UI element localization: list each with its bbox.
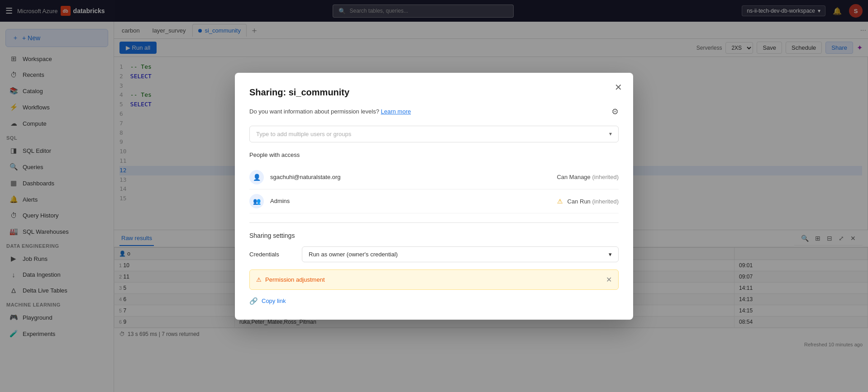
copy-link-label: Copy link bbox=[262, 298, 286, 304]
warning-banner: ⚠ Permission adjustment ✕ bbox=[249, 269, 619, 290]
person-name-2: Admins bbox=[270, 198, 557, 204]
user-group-input[interactable]: Type to add multiple users or groups ▾ bbox=[249, 126, 619, 142]
credentials-chevron: ▾ bbox=[609, 251, 612, 258]
modal-title: Sharing: si_community bbox=[249, 87, 619, 98]
modal-info-text: Do you want information about permission… bbox=[249, 108, 411, 115]
sharing-modal: ✕ Sharing: si_community Do you want info… bbox=[235, 73, 633, 320]
user-input-placeholder: Type to add multiple users or groups bbox=[256, 131, 351, 137]
permission-badge-1: Can Manage (inherited) bbox=[557, 174, 619, 180]
person-row-2: 👥 Admins ⚠ Can Run (inherited) bbox=[249, 189, 619, 213]
modal-close-button[interactable]: ✕ bbox=[611, 80, 626, 94]
person-row-1: 👤 sgachuhi@naturalstate.org Can Manage (… bbox=[249, 165, 619, 189]
modal-overlay[interactable]: ✕ Sharing: si_community Do you want info… bbox=[0, 0, 868, 392]
gear-icon[interactable]: ⚙ bbox=[611, 107, 619, 117]
sharing-settings-title: Sharing settings bbox=[249, 232, 619, 239]
credentials-select[interactable]: Run as owner (owner's credential) ▾ bbox=[302, 246, 619, 262]
person-avatar-2: 👥 bbox=[249, 194, 264, 208]
warning-icon: ⚠ bbox=[557, 198, 563, 205]
user-input-chevron: ▾ bbox=[609, 131, 612, 137]
credentials-value: Run as owner (owner's credential) bbox=[309, 251, 398, 258]
warning-triangle-icon: ⚠ bbox=[256, 276, 262, 283]
credentials-label: Credentials bbox=[249, 251, 295, 258]
permission-badge-2: ⚠ Can Run (inherited) bbox=[557, 198, 619, 205]
modal-info-row: Do you want information about permission… bbox=[249, 107, 619, 117]
learn-more-link[interactable]: Learn more bbox=[381, 108, 411, 115]
credentials-row: Credentials Run as owner (owner's creden… bbox=[249, 246, 619, 262]
copy-link-row[interactable]: 🔗 Copy link bbox=[249, 297, 619, 305]
modal-divider bbox=[249, 222, 619, 223]
person-avatar-1: 👤 bbox=[249, 170, 264, 184]
person-name-1: sgachuhi@naturalstate.org bbox=[270, 174, 557, 180]
warning-banner-close[interactable]: ✕ bbox=[606, 275, 612, 284]
people-section-title: People with access bbox=[249, 151, 619, 158]
link-icon: 🔗 bbox=[249, 297, 258, 305]
warning-banner-text: ⚠ Permission adjustment bbox=[256, 276, 325, 283]
